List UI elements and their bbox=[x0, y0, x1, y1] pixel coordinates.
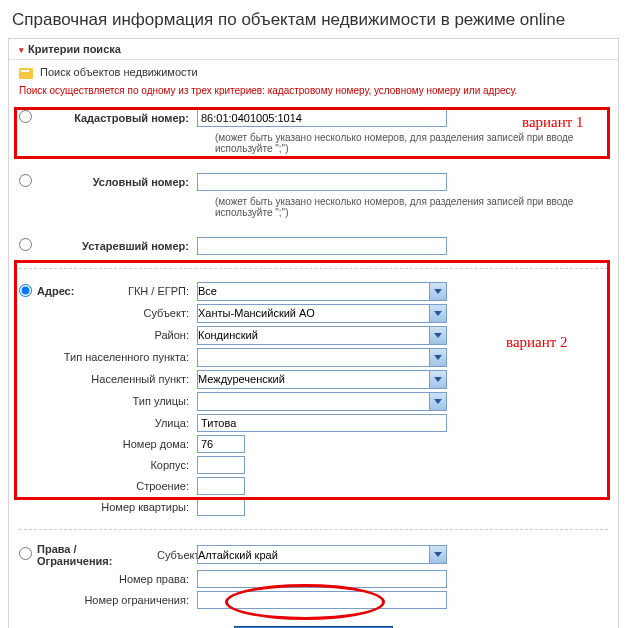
district-label: Район: bbox=[37, 329, 197, 341]
right-no-input[interactable] bbox=[197, 570, 447, 588]
korpus-input[interactable] bbox=[197, 456, 245, 474]
subject-label: Субъект: bbox=[37, 307, 197, 319]
conditional-input[interactable] bbox=[197, 173, 447, 191]
search-objects-label: Поиск объектов недвижимости bbox=[9, 60, 618, 83]
building-input[interactable] bbox=[197, 477, 245, 495]
gkn-label: ГКН / ЕГРП: bbox=[85, 285, 197, 297]
page-title: Справочная информация по объектам недвиж… bbox=[0, 0, 627, 38]
obsolete-input[interactable] bbox=[197, 237, 447, 255]
radio-cadastral[interactable] bbox=[19, 110, 32, 123]
korpus-label: Корпус: bbox=[37, 459, 197, 471]
conditional-label: Условный номер: bbox=[37, 176, 197, 188]
rights-subject-label: Субъект: bbox=[157, 549, 197, 561]
street-type-select[interactable] bbox=[197, 392, 447, 411]
search-hint: Поиск осуществляется по одному из трех к… bbox=[9, 83, 618, 102]
settlement-label: Населенный пункт: bbox=[37, 373, 197, 385]
rights-label: Права / Ограничения: bbox=[37, 543, 157, 567]
search-objects-text: Поиск объектов недвижимости bbox=[40, 66, 198, 78]
obsolete-label: Устаревший номер: bbox=[37, 240, 197, 252]
house-label: Номер дома: bbox=[37, 438, 197, 450]
rights-subject-select[interactable]: Алтайский край bbox=[197, 545, 447, 564]
settlement-type-select[interactable] bbox=[197, 348, 447, 367]
radio-obsolete[interactable] bbox=[19, 238, 32, 251]
street-input[interactable] bbox=[197, 414, 447, 432]
street-label: Улица: bbox=[37, 417, 197, 429]
cadastral-input[interactable] bbox=[197, 109, 447, 127]
restriction-no-input[interactable] bbox=[197, 591, 447, 609]
search-panel: Критерии поиска Поиск объектов недвижимо… bbox=[8, 38, 619, 628]
subject-select[interactable]: Ханты-Мансийский АО bbox=[197, 304, 447, 323]
conditional-help: (может быть указано несколько номеров, д… bbox=[19, 194, 608, 226]
divider bbox=[19, 268, 608, 269]
street-type-label: Тип улицы: bbox=[37, 395, 197, 407]
cadastral-help: (может быть указано несколько номеров, д… bbox=[19, 130, 608, 162]
house-input[interactable] bbox=[197, 435, 245, 453]
apt-label: Номер квартиры: bbox=[37, 501, 197, 513]
address-label: Адрес: bbox=[37, 285, 85, 297]
gkn-select[interactable]: Все bbox=[197, 282, 447, 301]
settlement-type-label: Тип населенного пункта: bbox=[37, 351, 197, 363]
building-label: Строение: bbox=[37, 480, 197, 492]
radio-address[interactable] bbox=[19, 284, 32, 297]
district-select[interactable]: Кондинский bbox=[197, 326, 447, 345]
criteria-header[interactable]: Критерии поиска bbox=[9, 39, 618, 60]
cadastral-label: Кадастровый номер: bbox=[37, 112, 197, 124]
right-no-label: Номер права: bbox=[37, 573, 197, 585]
radio-conditional[interactable] bbox=[19, 174, 32, 187]
apt-input[interactable] bbox=[197, 498, 245, 516]
restriction-no-label: Номер ограничения: bbox=[37, 594, 197, 606]
folder-icon bbox=[19, 68, 33, 79]
settlement-select[interactable]: Междуреченский bbox=[197, 370, 447, 389]
divider bbox=[19, 529, 608, 530]
radio-rights[interactable] bbox=[19, 547, 32, 560]
